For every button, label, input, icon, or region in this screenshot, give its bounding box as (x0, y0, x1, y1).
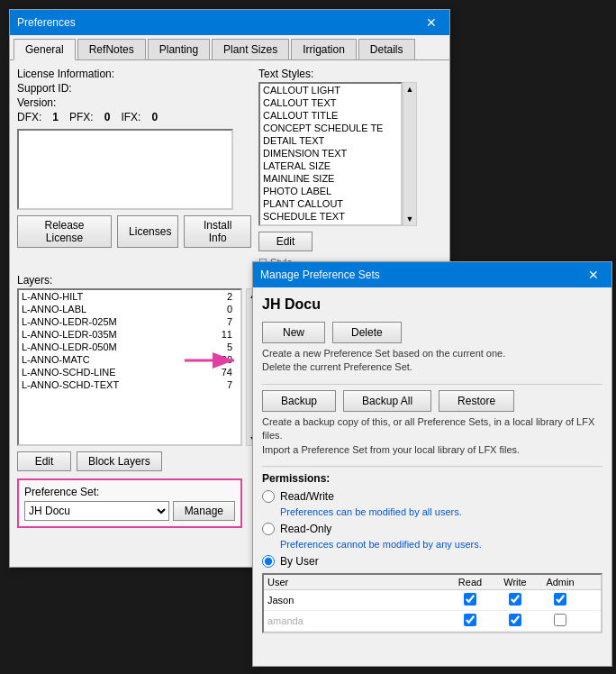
layer-row[interactable]: L-ANNO-HILT2 (19, 290, 240, 303)
tab-irrigation[interactable]: Irrigation (291, 39, 357, 59)
manage-title: Manage Preference Sets (260, 269, 380, 281)
divider2 (262, 466, 602, 467)
preference-set-label: Preference Set: (24, 486, 235, 498)
preferences-titlebar: Preferences ✕ (10, 10, 449, 35)
tab-refnotes[interactable]: RefNotes (77, 39, 146, 59)
admin-checkbox[interactable] (554, 614, 566, 626)
dfx-label: DFX: (17, 111, 41, 123)
read-checkbox[interactable] (464, 593, 476, 606)
permissions-radio-group: Read/Write Preferences can be modified b… (262, 490, 602, 568)
license-text-area (17, 129, 233, 210)
text-style-item[interactable]: DIMENSION TEXT (260, 147, 401, 159)
manage-titlebar: Manage Preference Sets ✕ (253, 262, 611, 287)
text-style-item[interactable]: PLANT CALLOUT (260, 197, 401, 210)
admin-checkbox-cell[interactable] (538, 593, 583, 607)
preferences-close-button[interactable]: ✕ (421, 14, 442, 31)
read-write-label: Read/Write (280, 490, 334, 503)
release-license-button[interactable]: Release License (17, 215, 112, 248)
read-only-desc: Preferences cannot be modified by any us… (280, 539, 602, 550)
admin-checkbox-cell[interactable] (538, 614, 583, 628)
write-checkbox-cell[interactable] (493, 614, 538, 628)
text-style-item[interactable]: SCHEDULE TITLE (260, 223, 401, 226)
ts-scroll-up[interactable]: ▲ (404, 83, 416, 96)
preference-set-dropdown[interactable]: JH Docu (24, 501, 169, 521)
layer-name: L-ANNO-LEDR-035M (22, 329, 202, 340)
read-write-radio[interactable] (262, 490, 275, 503)
manage-pref-name: JH Docu (262, 296, 602, 313)
dfx-value: 1 (52, 111, 59, 123)
col-header-write: Write (493, 577, 538, 587)
tab-plant-sizes[interactable]: Plant Sizes (212, 39, 289, 59)
user-name: amanda (267, 615, 448, 626)
col-header-read: Read (448, 577, 493, 587)
text-style-item[interactable]: CALLOUT TITLE (260, 109, 401, 122)
layer-num: 2 (202, 291, 238, 302)
admin-checkbox[interactable] (554, 593, 566, 606)
layer-name: L-ANNO-HILT (22, 291, 202, 302)
ifx-label: IFX: (121, 111, 140, 123)
manage-close-button[interactable]: ✕ (583, 267, 604, 283)
read-checkbox-cell[interactable] (448, 614, 493, 628)
install-info-button[interactable]: Install Info (184, 215, 251, 248)
text-style-item[interactable]: CALLOUT TEXT (260, 96, 401, 109)
text-styles-list[interactable]: CALLOUT LIGHTCALLOUT TEXTCALLOUT TITLECO… (258, 82, 403, 226)
delete-button[interactable]: Delete (332, 322, 402, 343)
restore-button[interactable]: Restore (439, 390, 514, 412)
layers-edit-button[interactable]: Edit (17, 451, 71, 471)
text-styles-edit-button[interactable]: Edit (258, 232, 313, 251)
version-label: Version: (17, 96, 56, 109)
table-scroll-col (583, 577, 597, 587)
read-checkbox-cell[interactable] (448, 593, 493, 607)
backup-all-button[interactable]: Backup All (343, 390, 431, 412)
write-checkbox-cell[interactable] (493, 593, 538, 607)
backup-button[interactable]: Backup (262, 390, 336, 412)
layer-name: L-ANNO-SCHD-LINE (22, 367, 202, 378)
text-style-item[interactable]: PHOTO LABEL (260, 185, 401, 197)
text-style-item[interactable]: DETAIL TEXT (260, 134, 401, 147)
text-style-item[interactable]: CALLOUT LIGHT (260, 84, 401, 96)
ts-scroll-down[interactable]: ▼ (404, 213, 416, 225)
new-desc: Create a new Preference Set based on the… (262, 347, 602, 375)
by-user-radio[interactable] (262, 555, 275, 568)
licenses-button[interactable]: Licenses (117, 215, 178, 248)
tab-details[interactable]: Details (358, 39, 415, 59)
write-checkbox[interactable] (509, 593, 521, 606)
tab-general[interactable]: General (14, 39, 76, 60)
preferences-title: Preferences (17, 16, 76, 29)
text-style-item[interactable]: LATERAL SIZE (260, 159, 401, 172)
text-styles-label: Text Styles: (258, 68, 442, 80)
layer-name: L-ANNO-SCHD-TEXT (22, 379, 202, 390)
user-table-row: amanda (264, 611, 601, 632)
layer-name: L-ANNO-LEDR-025M (22, 316, 202, 327)
pfx-label: PFX: (69, 111, 94, 123)
layer-name: L-ANNO-MATC (22, 354, 202, 365)
layer-name: L-ANNO-LEDR-050M (22, 342, 202, 352)
tab-planting[interactable]: Planting (148, 39, 210, 59)
layer-num: 0 (202, 304, 238, 314)
pfx-value: 0 (104, 111, 111, 123)
write-checkbox[interactable] (509, 614, 521, 626)
pink-arrow-indicator (176, 333, 248, 387)
user-table-row: Jason (264, 590, 601, 611)
read-only-radio[interactable] (262, 523, 275, 535)
divider1 (262, 384, 602, 385)
manage-button[interactable]: Manage (173, 501, 235, 521)
table-header: User Read Write Admin (264, 575, 601, 590)
user-table: User Read Write Admin Jason amanda (262, 573, 602, 633)
read-only-label: Read-Only (280, 523, 331, 535)
layer-row[interactable]: L-ANNO-LABL0 (19, 303, 240, 315)
read-write-desc: Preferences can be modified by all users… (280, 506, 602, 517)
layer-row[interactable]: L-ANNO-LEDR-025M7 (19, 315, 240, 328)
block-layers-button[interactable]: Block Layers (77, 451, 162, 471)
new-button[interactable]: New (262, 322, 325, 343)
support-id-label: Support ID: (17, 82, 72, 95)
text-style-item[interactable]: SCHEDULE TEXT (260, 210, 401, 223)
text-style-item[interactable]: CONCEPT SCHEDULE TE (260, 122, 401, 134)
by-user-label: By User (280, 555, 319, 568)
col-header-user: User (267, 577, 448, 587)
layer-name: L-ANNO-LABL (22, 304, 202, 314)
user-name: Jason (267, 595, 448, 606)
text-style-item[interactable]: MAINLINE SIZE (260, 172, 401, 185)
read-checkbox[interactable] (464, 614, 476, 626)
license-buttons: Release License Licenses Install Info (17, 215, 251, 248)
